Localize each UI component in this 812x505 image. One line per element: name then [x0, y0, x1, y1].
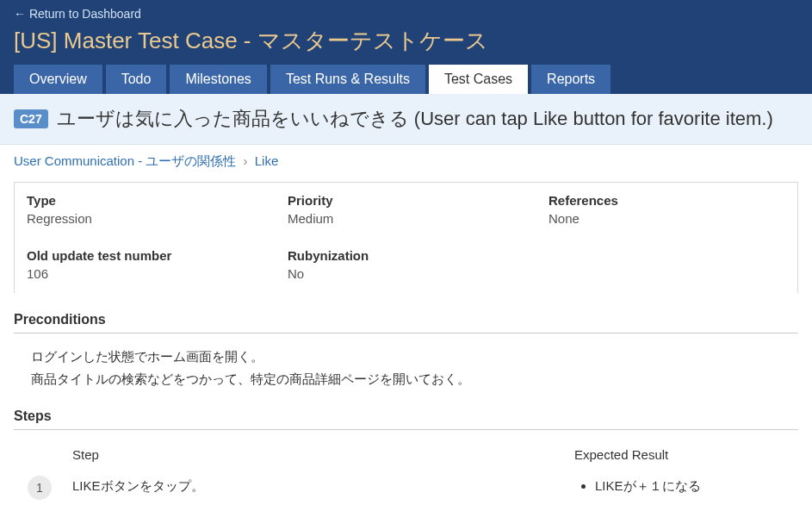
details-priority-value: Medium — [288, 211, 524, 226]
preconditions-body: ログインした状態でホーム画面を開く。 商品タイトルの検索などをつかって、特定の商… — [31, 346, 798, 390]
page-title: [US] Master Test Case - マスターテストケース — [14, 26, 798, 56]
details-priority-label: Priority — [288, 193, 524, 208]
steps-table-header: Step Expected Result — [14, 442, 798, 467]
steps-table: Step Expected Result 1 LIKEボタンをタップ。 LIKE… — [14, 442, 798, 505]
details-rubynization-value: No — [288, 266, 524, 281]
details-type-label: Type — [27, 193, 263, 208]
details-table: Type Regression Priority Medium Referenc… — [14, 182, 798, 293]
tab-reports[interactable]: Reports — [531, 65, 611, 94]
details-references-label: References — [549, 193, 785, 208]
step-content: LIKEボタンをタップ。 — [65, 476, 574, 496]
details-empty — [536, 238, 797, 293]
expected-item: LIKEが＋１になる — [595, 476, 798, 496]
preconditions-heading: Preconditions — [14, 312, 798, 334]
steps-col-expected: Expected Result — [574, 447, 798, 462]
tab-overview[interactable]: Overview — [14, 65, 102, 94]
breadcrumb: User Communication - ユーザの関係性 › Like — [0, 145, 812, 178]
tabs: Overview Todo Milestones Test Runs & Res… — [14, 65, 798, 94]
details-oldnum-label: Old update test number — [27, 248, 263, 263]
tab-testruns[interactable]: Test Runs & Results — [270, 65, 425, 94]
tab-milestones[interactable]: Milestones — [170, 65, 266, 94]
case-title: ユーザは気に入った商品をいいねできる (User can tap Like bu… — [57, 106, 773, 132]
tab-todo[interactable]: Todo — [106, 65, 167, 94]
preconditions-line2: 商品タイトルの検索などをつかって、特定の商品詳細ページを開いておく。 — [31, 368, 798, 390]
details-type-value: Regression — [27, 211, 263, 226]
details-references-value: None — [549, 211, 785, 226]
case-header: C27 ユーザは気に入った商品をいいねできる (User can tap Lik… — [0, 94, 812, 145]
details-oldnum: Old update test number 106 — [15, 238, 276, 293]
breadcrumb-subsection-link[interactable]: Like — [255, 153, 279, 168]
details-rubynization-label: Rubynization — [288, 248, 524, 263]
details-type: Type Regression — [15, 183, 276, 238]
details-priority: Priority Medium — [276, 183, 536, 238]
preconditions-line1: ログインした状態でホーム画面を開く。 — [31, 346, 798, 368]
expected-content: LIKEが＋１になる — [574, 476, 798, 496]
steps-col-step: Step — [65, 447, 574, 462]
tab-testcases[interactable]: Test Cases — [429, 65, 528, 94]
return-to-dashboard-link[interactable]: ← Return to Dashboard — [14, 7, 141, 21]
details-references: References None — [536, 183, 797, 238]
details-oldnum-value: 106 — [27, 266, 263, 281]
steps-heading: Steps — [14, 408, 798, 430]
step-row: 1 LIKEボタンをタップ。 LIKEが＋１になる — [14, 467, 798, 505]
case-id-badge: C27 — [14, 109, 48, 128]
details-rubynization: Rubynization No — [276, 238, 536, 293]
step-number: 1 — [28, 476, 52, 500]
breadcrumb-separator: › — [244, 153, 248, 168]
breadcrumb-section-link[interactable]: User Communication - ユーザの関係性 — [14, 153, 236, 168]
header: ← Return to Dashboard [US] Master Test C… — [0, 0, 812, 94]
